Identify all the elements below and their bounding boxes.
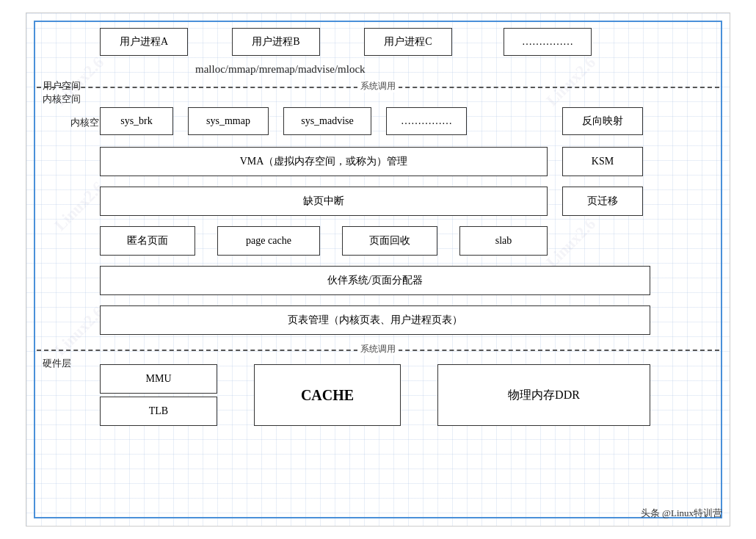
footer-text: 头条 @Linux特训营	[641, 507, 722, 520]
diagram: Linux2.6 Linux2.6 Linux2.6 Linux2.6 Linu…	[26, 12, 730, 527]
buddy-box: 伙伴系统/页面分配器	[100, 266, 650, 295]
cache-box: CACHE	[254, 364, 401, 426]
fault-box: 缺页中断	[100, 187, 548, 216]
tlb-box: TLB	[100, 397, 217, 426]
user-process-c: 用户进程C	[364, 28, 452, 56]
ksm-box: KSM	[562, 147, 643, 176]
user-process-b: 用户进程B	[232, 28, 320, 56]
malloc-text: malloc/mmap/mremap/madvise/mlock	[195, 63, 366, 76]
slab-box: slab	[459, 226, 548, 256]
hardware-layer-label: 硬件层	[43, 357, 71, 370]
kernel-space-label-1: 内核空间	[43, 93, 81, 106]
pagetable-box: 页表管理（内核页表、用户进程页表）	[100, 305, 650, 335]
migrate-box: 页迁移	[562, 187, 643, 216]
vma-box: VMA（虚拟内存空间，或称为）管理	[100, 147, 548, 176]
sys-brk: sys_brk	[100, 107, 173, 135]
page-container: Linux2.6 Linux2.6 Linux2.6 Linux2.6 Linu…	[0, 0, 756, 539]
anon-box: 匿名页面	[100, 226, 195, 256]
ddr-box: 物理内存DDR	[437, 364, 650, 426]
user-process-more: ……………	[504, 28, 592, 56]
syscall-label-1: 系统调用	[357, 80, 399, 93]
user-process-a: 用户进程A	[100, 28, 188, 56]
page-cache-box: page cache	[217, 226, 320, 256]
sys-madvise: sys_madvise	[283, 107, 371, 135]
user-space-label: 用户空间	[43, 79, 81, 93]
kernel-more: ……………	[386, 107, 467, 135]
mmu-box: MMU	[100, 364, 217, 394]
reverse-mapping: 反向映射	[562, 107, 643, 135]
reclaim-box: 页面回收	[342, 226, 437, 256]
sys-mmap: sys_mmap	[188, 107, 269, 135]
syscall-label-2: 系统调用	[357, 343, 399, 355]
